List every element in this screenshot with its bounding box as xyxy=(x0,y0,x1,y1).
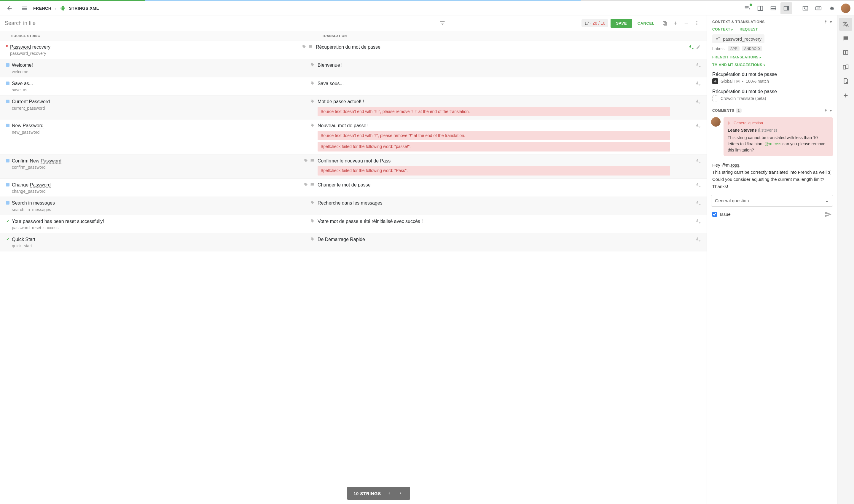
pager-next[interactable] xyxy=(398,490,404,496)
auto-translate-icon[interactable]: A✦ xyxy=(696,62,701,68)
translation-text[interactable]: Votre mot de passe a été réinitialisé av… xyxy=(318,218,701,225)
keyboard-icon[interactable] xyxy=(813,2,824,14)
cancel-button[interactable]: CANCEL xyxy=(635,19,657,28)
auto-translate-icon[interactable]: A✦ xyxy=(696,200,701,206)
labels-row: Labels: APP ANDROID xyxy=(707,46,837,54)
translation-text[interactable]: Nouveau mot de passe! xyxy=(318,123,701,129)
table-row[interactable]: ✓Your password has been reset successful… xyxy=(0,215,707,233)
table-row[interactable]: Change Passwordchange_passwordChanger le… xyxy=(0,179,707,197)
rail-file-icon[interactable] xyxy=(839,75,852,88)
table-row[interactable]: Save as...save_asSava sous...A✦ xyxy=(0,77,707,95)
table-row[interactable]: Confirm New Passwordconfirm_passwordConf… xyxy=(0,155,707,179)
translation-text[interactable]: Recherche dans les messages xyxy=(318,200,701,206)
flag-icon xyxy=(728,121,732,125)
comment-icon[interactable] xyxy=(310,158,315,163)
copy-icon[interactable] xyxy=(660,18,670,28)
tab-request[interactable]: REQUEST xyxy=(740,27,758,32)
source-key: change_password xyxy=(12,189,315,194)
svg-point-12 xyxy=(846,82,848,84)
tag-icon[interactable] xyxy=(310,62,315,67)
suggestion-mt[interactable]: Récupération du mot de passe Crowdin Tra… xyxy=(707,87,837,104)
tab-context[interactable]: CONTEXT ▸ xyxy=(712,27,733,32)
gear-icon[interactable] xyxy=(825,2,837,14)
auto-translate-icon[interactable]: A✦ xyxy=(696,219,701,224)
layout-side-icon[interactable] xyxy=(781,2,792,14)
comment-type: General question xyxy=(728,120,829,126)
rail-book-icon[interactable] xyxy=(839,46,852,59)
table-row[interactable]: Welcome!welcomeBienvenue !A✦ xyxy=(0,59,707,77)
chevron-down-icon[interactable]: ▾ xyxy=(830,108,832,113)
table-row[interactable]: ✓Quick Startquick_startDe Démarrage Rapi… xyxy=(0,233,707,251)
search-input[interactable] xyxy=(5,20,435,26)
pin-icon[interactable] xyxy=(823,20,828,24)
tag-icon[interactable] xyxy=(310,99,315,104)
send-button[interactable] xyxy=(825,211,832,218)
comment-icon[interactable] xyxy=(310,182,315,187)
french-translations-link[interactable]: FRENCH TRANSLATIONS ▸ xyxy=(707,54,837,62)
tag-icon[interactable] xyxy=(303,158,308,163)
auto-translate-icon[interactable]: A✦ xyxy=(689,44,694,50)
back-button[interactable] xyxy=(3,2,15,14)
svg-rect-0 xyxy=(771,6,776,8)
translation-text[interactable]: Bienvenue ! xyxy=(318,62,701,69)
validation-error: Source text doesn't end with "!!!", plea… xyxy=(318,107,670,116)
tag-icon[interactable] xyxy=(310,219,315,223)
breadcrumb-lang[interactable]: FRENCH xyxy=(33,6,51,11)
translation-text[interactable]: Récupération du mot de passe xyxy=(316,44,701,50)
tag-icon[interactable] xyxy=(303,182,308,187)
table-row[interactable]: Password recoverypassword_recoveryRécupé… xyxy=(0,41,707,59)
plus-icon[interactable] xyxy=(671,18,680,28)
suggestions-icon[interactable] xyxy=(741,2,753,14)
comment-icon[interactable] xyxy=(308,44,313,49)
svg-point-9 xyxy=(696,23,697,24)
context-key: password_recovery xyxy=(712,34,764,43)
status-translated-icon xyxy=(6,100,10,103)
tag-icon[interactable] xyxy=(310,123,315,128)
issue-checkbox[interactable] xyxy=(712,212,717,217)
translation-text[interactable]: Confirmer le nouveau mot de Pass xyxy=(318,158,701,164)
reply-textarea[interactable]: Hey @m.ross, This string can't be correc… xyxy=(707,159,837,193)
side-rail xyxy=(837,15,854,504)
string-list: Password recoverypassword_recoveryRécupé… xyxy=(0,41,707,504)
auto-translate-icon[interactable]: A✦ xyxy=(696,182,701,188)
issue-type-select[interactable]: General question ⌄ xyxy=(711,195,833,206)
table-row[interactable]: Current Passwordcurrent_passwordMot de p… xyxy=(0,95,707,120)
tag-icon[interactable] xyxy=(310,237,315,241)
layout-horizontal-icon[interactable] xyxy=(767,2,779,14)
terminal-icon[interactable] xyxy=(799,2,811,14)
menu-button[interactable] xyxy=(18,2,30,14)
rail-plus-icon[interactable] xyxy=(839,89,852,102)
save-button[interactable]: SAVE xyxy=(610,19,632,28)
auto-translate-icon[interactable]: A✦ xyxy=(696,158,701,164)
minus-icon[interactable] xyxy=(681,18,691,28)
rail-books-icon[interactable] xyxy=(839,60,852,73)
edit-icon[interactable] xyxy=(696,45,701,50)
tag-icon[interactable] xyxy=(302,44,306,49)
auto-translate-icon[interactable]: A✦ xyxy=(696,81,701,86)
tag-icon[interactable] xyxy=(310,81,315,86)
tag-icon[interactable] xyxy=(310,200,315,205)
auto-translate-icon[interactable]: A✦ xyxy=(696,99,701,104)
pager-prev[interactable] xyxy=(386,490,392,496)
pin-icon[interactable] xyxy=(823,108,828,113)
table-row[interactable]: New Passwordnew_passwordNouveau mot de p… xyxy=(0,120,707,155)
filter-icon[interactable] xyxy=(437,18,448,29)
avatar[interactable] xyxy=(841,3,851,13)
rail-comment-icon[interactable] xyxy=(839,32,852,45)
translation-text[interactable]: Changer le mot de passe xyxy=(318,182,701,188)
more-icon[interactable] xyxy=(692,18,702,28)
comment-text: This string cannot be translated with le… xyxy=(728,134,829,153)
suggestions-link[interactable]: TM AND MT SUGGESTIONS ▾ xyxy=(707,62,837,69)
breadcrumb-file[interactable]: STRINGS.XML xyxy=(69,6,99,11)
rail-translate-icon[interactable] xyxy=(839,18,852,31)
svg-rect-6 xyxy=(663,21,665,24)
chevron-down-icon[interactable]: ▾ xyxy=(830,20,832,24)
columns-icon[interactable] xyxy=(754,2,766,14)
auto-translate-icon[interactable]: A✦ xyxy=(696,237,701,242)
translation-text[interactable]: De Démarrage Rapide xyxy=(318,236,701,243)
translation-text[interactable]: Mot de passe actuel!!! xyxy=(318,98,701,105)
translation-text[interactable]: Sava sous... xyxy=(318,80,701,87)
table-row[interactable]: Search in messagessearch_in_messagesRech… xyxy=(0,197,707,215)
suggestion-tm[interactable]: Récupération du mot de passe ❖ Global TM… xyxy=(707,69,837,87)
auto-translate-icon[interactable]: A✦ xyxy=(696,123,701,128)
